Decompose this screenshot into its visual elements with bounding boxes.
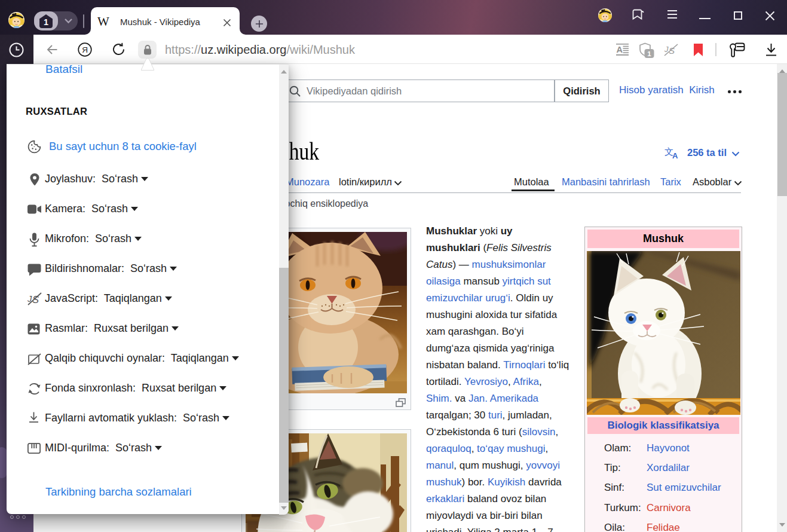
svg-text:Я: Я [82,45,88,54]
svg-text:1: 1 [44,17,48,27]
svg-text:1: 1 [647,50,651,57]
svg-text:A: A [672,151,678,158]
svg-text:A: A [617,45,623,54]
